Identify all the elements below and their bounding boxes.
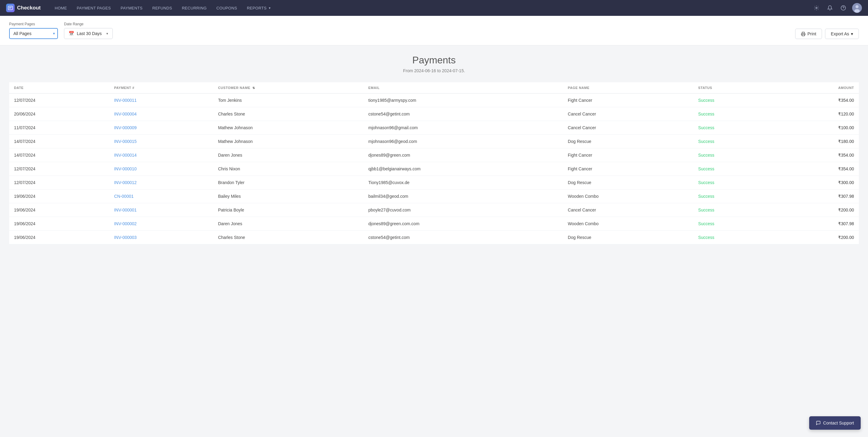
payment-link[interactable]: INV-000003 [114,235,136,240]
cell-payment-num[interactable]: INV-000002 [109,217,213,231]
payment-link[interactable]: INV-000011 [114,98,136,103]
payment-link[interactable]: INV-000015 [114,139,136,144]
cell-customer: Charles Stone [213,107,363,121]
cell-page-name: Cancel Cancer [563,107,693,121]
cell-status: Success [693,190,777,203]
status-badge: Success [698,221,714,226]
cell-status: Success [693,176,777,190]
table-row: 12/07/2024 INV-000012 Brandon Tyler Tion… [9,176,859,190]
cell-page-name: Dog Rescue [563,231,693,244]
report-title: Payments [9,55,859,66]
help-icon [841,5,846,11]
contact-support-button[interactable]: Contact Support [809,416,861,430]
reports-dropdown-icon: ▾ [269,6,271,10]
cell-status: Success [693,107,777,121]
cell-email: mjohnason96@geod.com [364,135,563,148]
nav-payment-pages[interactable]: PAYMENT PAGES [72,0,116,16]
brand-logo[interactable]: Checkout [6,4,40,12]
status-badge: Success [698,180,714,185]
table-row: 20/06/2024 INV-000004 Charles Stone csto… [9,107,859,121]
notifications-button[interactable] [825,3,835,12]
export-button[interactable]: Export As ▾ [825,29,859,39]
cell-page-name: Fight Cancer [563,94,693,107]
nav-home[interactable]: HOME [50,0,72,16]
cell-email: cstone54@getint.com [364,107,563,121]
settings-button[interactable] [812,3,821,12]
export-chevron-icon: ▾ [851,31,853,36]
cell-page-name: Wooden Combo [563,190,693,203]
cell-amount: ₹180.00 [777,135,859,148]
cell-email: cstone54@getint.com [364,231,563,244]
contact-support-label: Contact Support [823,420,854,426]
cell-date: 12/07/2024 [9,162,109,176]
cell-amount: ₹354.00 [777,162,859,176]
cell-customer: Brandon Tyler [213,176,363,190]
nav-coupons[interactable]: COUPONS [212,0,242,16]
svg-point-2 [816,7,817,9]
cell-date: 12/07/2024 [9,176,109,190]
cell-payment-num[interactable]: INV-000004 [109,107,213,121]
payment-pages-select[interactable]: All Pages [9,28,58,39]
cell-page-name: Fight Cancer [563,162,693,176]
svg-point-7 [854,9,860,13]
cell-date: 20/06/2024 [9,107,109,121]
cell-payment-num[interactable]: INV-000003 [109,231,213,244]
cell-customer: Mathew Johnason [213,135,363,148]
date-range-button[interactable]: 📅 Last 30 Days ▾ [64,28,113,39]
payment-link[interactable]: INV-000004 [114,112,136,117]
print-button[interactable]: Print [795,29,822,39]
cell-amount: ₹307.98 [777,217,859,231]
cell-email: pboyle27@cuvod.com [364,203,563,217]
cell-payment-num[interactable]: INV-000015 [109,135,213,148]
cell-amount: ₹200.00 [777,203,859,217]
cell-amount: ₹307.98 [777,190,859,203]
cell-status: Success [693,121,777,135]
cell-customer: Daren Jones [213,148,363,162]
nav-reports[interactable]: REPORTS ▾ [242,0,276,16]
cell-payment-num[interactable]: INV-000012 [109,176,213,190]
export-label: Export As [831,31,849,36]
content-area: Payment Pages All Pages ▾ Date Range 📅 L… [0,16,868,437]
cell-payment-num[interactable]: INV-000009 [109,121,213,135]
payment-link[interactable]: INV-000012 [114,180,136,185]
status-badge: Success [698,166,714,171]
cell-customer: Charles Stone [213,231,363,244]
navbar: Checkout HOME PAYMENT PAGES PAYMENTS REF… [0,0,868,16]
cell-payment-num[interactable]: INV-000014 [109,148,213,162]
payment-link[interactable]: INV-000009 [114,125,136,130]
payment-link[interactable]: INV-000001 [114,208,136,212]
payment-link[interactable]: INV-000010 [114,166,136,171]
col-status: STATUS [693,82,777,94]
cell-payment-num[interactable]: CN-00001 [109,190,213,203]
printer-icon [801,32,806,36]
payment-link[interactable]: INV-000002 [114,221,136,226]
cell-page-name: Dog Rescue [563,135,693,148]
col-email: EMAIL [364,82,563,94]
logo-icon [6,4,14,12]
bell-icon [827,5,833,11]
cell-status: Success [693,231,777,244]
status-badge: Success [698,98,714,103]
nav-payments[interactable]: PAYMENTS [116,0,148,16]
cell-customer: Daren Jones [213,217,363,231]
cell-payment-num[interactable]: INV-000010 [109,162,213,176]
user-avatar[interactable] [852,3,862,13]
cell-email: mjohnason96@gmail.com [364,121,563,135]
cell-page-name: Cancel Cancer [563,203,693,217]
cell-payment-num[interactable]: INV-000011 [109,94,213,107]
help-button[interactable] [839,3,848,12]
cell-customer: Patricia Boyle [213,203,363,217]
cell-date: 19/06/2024 [9,217,109,231]
cell-email: djones89@green.com.com [364,217,563,231]
nav-recurring[interactable]: RECURRING [177,0,212,16]
cell-customer: Bailey Miles [213,190,363,203]
cell-email: tiony1985@armyspy.com [364,94,563,107]
cell-amount: ₹354.00 [777,148,859,162]
payment-link[interactable]: INV-000014 [114,153,136,158]
payment-pages-select-wrapper: All Pages ▾ [9,28,58,39]
cell-date: 19/06/2024 [9,203,109,217]
nav-refunds[interactable]: REFUNDS [148,0,177,16]
col-customer-name: CUSTOMER NAME ⇅ [213,82,363,94]
payment-link[interactable]: CN-00001 [114,194,133,199]
cell-payment-num[interactable]: INV-000001 [109,203,213,217]
